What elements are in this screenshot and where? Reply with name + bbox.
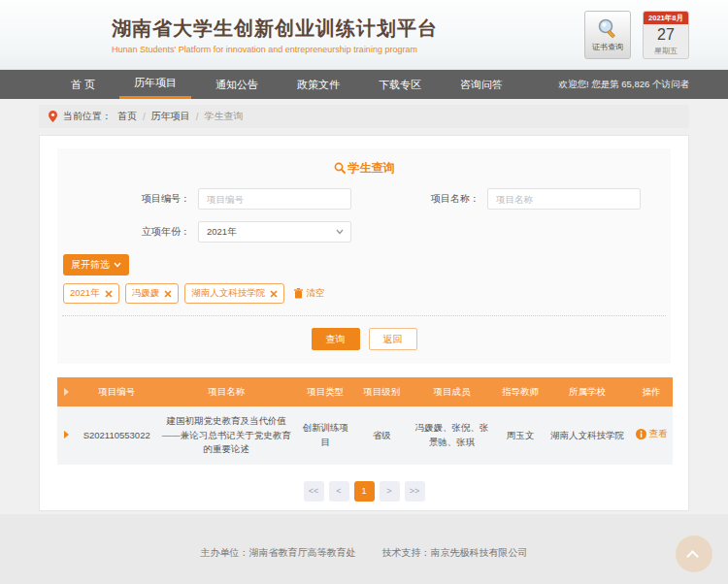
calendar-widget: 2021年8月 27 星期五 bbox=[643, 11, 689, 59]
remove-tag-icon[interactable] bbox=[164, 290, 172, 298]
cell-school: 湖南人文科技学院 bbox=[545, 406, 630, 465]
table-header-row: 项目编号 项目名称 项目类型 项目级别 项目成员 指导教师 所属学校 操作 bbox=[57, 377, 673, 406]
col-header-school: 所属学校 bbox=[545, 377, 630, 406]
breadcrumb-home[interactable]: 首页 bbox=[117, 110, 137, 123]
expand-filter-label: 展开筛选 bbox=[71, 258, 110, 272]
view-button[interactable]: 查看 bbox=[636, 427, 668, 441]
remove-tag-icon[interactable] bbox=[105, 290, 113, 298]
project-name-input[interactable] bbox=[487, 188, 641, 210]
info-circle-icon bbox=[636, 429, 646, 439]
table-row: S202110553022 建国初期党史教育及当代价值——兼论习总书记关于党史教… bbox=[57, 406, 673, 465]
project-code-group: 项目编号： bbox=[57, 188, 351, 210]
cell-project-members: 冯媛媛、张倪、张景驰、张琪 bbox=[408, 406, 496, 465]
page-root: 湖南省大学生创新创业训练计划平台 Hunan Students' Platfor… bbox=[0, 0, 728, 584]
year-select[interactable]: 2021年 bbox=[198, 221, 351, 243]
expand-filter-button[interactable]: 展开筛选 bbox=[63, 254, 129, 276]
page-title: 湖南省大学生创新创业训练计划平台 bbox=[112, 16, 584, 42]
breadcrumb-separator: / bbox=[143, 112, 146, 122]
year-select-value: 2021年 bbox=[207, 226, 237, 237]
trash-icon bbox=[294, 288, 303, 299]
calendar-month: 2021年8月 bbox=[644, 12, 688, 24]
cell-project-code: S202110553022 bbox=[76, 406, 158, 465]
search-icon bbox=[334, 162, 346, 174]
search-panel-title: 学生查询 bbox=[57, 160, 671, 177]
breadcrumb-separator: / bbox=[196, 112, 199, 122]
page-subtitle: Hunan Students' Platform for innovation … bbox=[112, 45, 584, 54]
col-header-action: 操作 bbox=[630, 377, 673, 406]
project-year-label: 立项年份： bbox=[57, 225, 198, 239]
visitor-count-text: 欢迎您! 您是第 65,826 个访问者 bbox=[558, 70, 689, 99]
breadcrumb-current: 学生查询 bbox=[205, 110, 244, 123]
clear-filters-label: 清空 bbox=[306, 287, 324, 300]
filter-tag-school: 湖南人文科技学院 bbox=[184, 283, 284, 304]
form-row-2: 立项年份： 2021年 bbox=[57, 221, 671, 243]
pagination-next-button[interactable]: > bbox=[380, 481, 400, 502]
filter-tag-label: 2021年 bbox=[70, 287, 100, 300]
col-header-level: 项目级别 bbox=[356, 377, 408, 406]
nav-item-home[interactable]: 首 页 bbox=[56, 70, 110, 99]
calendar-weekday: 星期五 bbox=[644, 46, 688, 57]
footer-tech: 技术支持：南京先极科技有限公司 bbox=[381, 547, 527, 558]
col-header-type: 项目类型 bbox=[295, 377, 356, 406]
brand: 湖南省大学生创新创业训练计划平台 Hunan Students' Platfor… bbox=[112, 16, 584, 54]
cell-project-type: 创新训练项目 bbox=[295, 406, 356, 465]
chevron-down-icon bbox=[114, 262, 121, 268]
pagination-first-button[interactable]: << bbox=[304, 481, 324, 502]
filter-tags-row: 2021年 冯媛媛 湖南人文科技学院 bbox=[63, 283, 671, 304]
certificate-query-label: 证书查询 bbox=[592, 42, 623, 52]
nav-item-downloads[interactable]: 下载专区 bbox=[364, 70, 436, 99]
location-pin-icon bbox=[49, 111, 57, 122]
pagination-prev-button[interactable]: < bbox=[329, 481, 349, 502]
chevron-down-icon bbox=[336, 229, 344, 235]
header-expand-icon bbox=[57, 377, 76, 406]
breadcrumb: 当前位置： 首页 / 历年项目 / 学生查询 bbox=[39, 105, 689, 128]
breadcrumb-section[interactable]: 历年项目 bbox=[151, 110, 190, 123]
breadcrumb-label: 当前位置： bbox=[63, 110, 112, 123]
query-button[interactable]: 查询 bbox=[312, 328, 360, 350]
certificate-query-button[interactable]: 证书查询 bbox=[584, 11, 631, 59]
search-title-text: 学生查询 bbox=[348, 161, 395, 175]
calendar-day: 27 bbox=[644, 24, 688, 46]
nav-item-past-projects[interactable]: 历年项目 bbox=[119, 70, 191, 99]
filter-tag-year: 2021年 bbox=[63, 283, 119, 304]
triangle-right-icon bbox=[64, 388, 69, 396]
back-to-top-button[interactable] bbox=[676, 535, 712, 572]
view-button-label: 查看 bbox=[649, 427, 668, 441]
back-button[interactable]: 返回 bbox=[369, 328, 417, 350]
col-header-members: 项目成员 bbox=[408, 377, 496, 406]
nav-item-qa[interactable]: 咨询问答 bbox=[446, 70, 517, 99]
magnifier-icon bbox=[596, 17, 619, 41]
project-code-label: 项目编号： bbox=[57, 192, 198, 206]
project-name-label: 项目名称： bbox=[351, 192, 487, 206]
nav-item-announcements[interactable]: 通知公告 bbox=[201, 70, 273, 99]
footer-host: 主办单位：湖南省教育厅高等教育处 bbox=[201, 547, 356, 558]
col-header-name: 项目名称 bbox=[158, 377, 295, 406]
project-name-group: 项目名称： bbox=[351, 188, 641, 210]
filter-tag-student: 冯媛媛 bbox=[125, 283, 180, 304]
form-row-1: 项目编号： 项目名称： bbox=[57, 188, 671, 210]
cell-project-level: 省级 bbox=[356, 406, 408, 465]
project-code-input[interactable] bbox=[198, 188, 351, 210]
dotted-divider bbox=[62, 315, 666, 316]
clear-filters-button[interactable]: 清空 bbox=[294, 287, 324, 300]
nav-item-policy-files[interactable]: 政策文件 bbox=[282, 70, 354, 99]
pagination-last-button[interactable]: >> bbox=[405, 481, 425, 502]
search-panel: 学生查询 项目编号： 项目名称： 立项年份： 2021年 bbox=[57, 148, 671, 364]
results-table: 项目编号 项目名称 项目类型 项目级别 项目成员 指导教师 所属学校 操作 S2… bbox=[57, 377, 673, 465]
col-header-teacher: 指导教师 bbox=[496, 377, 545, 406]
cell-teacher: 周玉文 bbox=[496, 406, 545, 465]
main-nav: 首 页 历年项目 通知公告 政策文件 下载专区 咨询问答 欢迎您! 您是第 65… bbox=[0, 70, 728, 99]
project-year-group: 立项年份： 2021年 bbox=[57, 221, 351, 243]
site-footer: 主办单位：湖南省教育厅高等教育处 技术支持：南京先极科技有限公司 bbox=[0, 514, 728, 584]
remove-tag-icon[interactable] bbox=[270, 290, 278, 298]
filter-tag-label: 湖南人文科技学院 bbox=[191, 287, 265, 300]
content-card: 学生查询 项目编号： 项目名称： 立项年份： 2021年 bbox=[39, 135, 689, 511]
filter-tag-label: 冯媛媛 bbox=[132, 287, 160, 300]
footer-text: 主办单位：湖南省教育厅高等教育处 技术支持：南京先极科技有限公司 bbox=[0, 514, 728, 560]
site-header: 湖南省大学生创新创业训练计划平台 Hunan Students' Platfor… bbox=[0, 0, 728, 70]
pagination-page-1[interactable]: 1 bbox=[354, 481, 375, 502]
chevron-up-icon bbox=[686, 550, 699, 563]
pagination: << < 1 > >> bbox=[40, 481, 688, 502]
row-expand-icon[interactable] bbox=[64, 431, 69, 438]
cell-project-name: 建国初期党史教育及当代价值——兼论习总书记关于党史教育的重要论述 bbox=[158, 406, 295, 465]
